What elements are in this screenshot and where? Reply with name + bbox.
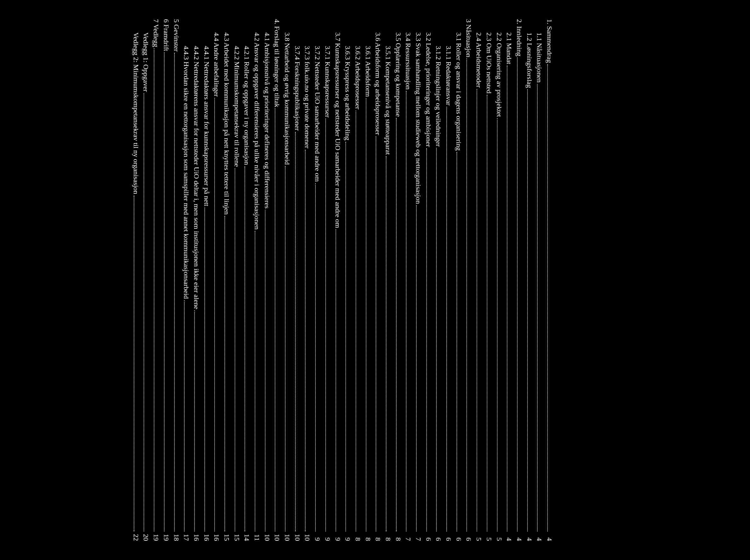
toc-entry: 4.4.1 Nettredaktørs ansvar for kunnskaps…: [202, 19, 211, 541]
toc-entry-page: 20: [141, 533, 151, 541]
toc-entry-title: 3.6 Arbeidsform og arbeidsprosesser: [373, 33, 383, 135]
toc-entry-page: 8: [363, 533, 373, 541]
toc-leader-dots: [336, 229, 342, 532]
toc-entry-page: 8: [353, 533, 362, 541]
toc-entry-page: 9: [343, 533, 353, 541]
toc-entry-page: 22: [131, 533, 141, 541]
toc-entry: 7 Vedlegg19: [152, 19, 161, 541]
toc-entry: 4.3 Arbeidet med kommunikasjon på nett k…: [222, 19, 232, 541]
toc-entry-title: 7 Vedlegg: [152, 19, 161, 47]
toc-entry-page: 6: [454, 533, 463, 541]
toc-leader-dots: [285, 166, 291, 532]
toc-entry-page: 7: [403, 533, 413, 541]
toc-entry: 4.2.2 Minimumskompetansekrav til rollene…: [232, 19, 242, 541]
toc-entry-title: Vedlegg 1: Oppgaver: [141, 33, 151, 92]
toc-entry-title: 1.2 Løsningsforslag: [525, 33, 534, 88]
toc-leader-dots: [184, 300, 190, 532]
toc-leader-dots: [346, 142, 352, 532]
toc-entry: 2.3 Om UiOs nettsted5: [484, 19, 494, 541]
toc-entry: 3.1.2 Retningslinjer og veiledninger6: [434, 19, 443, 541]
toc-leader-dots: [204, 208, 211, 532]
toc-entry-title: 2.4 Arbeidsmetoder: [474, 33, 484, 88]
toc-entry-page: 10: [293, 533, 302, 541]
toc-entry: 1.2 Løsningsforslag4: [525, 19, 534, 541]
toc-entry: 3.4 Ressurssituasjon7: [403, 19, 413, 541]
toc-entry-page: 8: [373, 533, 383, 541]
toc-entry-page: 6: [464, 533, 474, 541]
toc-entry: 4.1 Ambisjonsnivå og prioriteringer defi…: [262, 19, 272, 541]
toc-entry: 4.4.2 Nettredaktørens ansvar for nettste…: [192, 19, 201, 541]
toc-entry: 1. Sammendrag4: [545, 19, 554, 541]
toc-entry-title: 6 Framdrift: [161, 19, 171, 51]
toc-leader-dots: [235, 168, 241, 532]
toc-entry-title: 3.7 Kunnskapsressurser og nettsteder UiO…: [333, 33, 342, 228]
toc-entry-title: 3.7.3 folk.uio.no og private domener: [303, 46, 312, 148]
toc-entry-title: 4.4.1 Nettredaktørs ansvar for kunnskaps…: [202, 46, 211, 206]
toc-entry-page: 6: [444, 533, 453, 541]
toc-entry-page: 6: [434, 533, 443, 541]
toc-leader-dots: [265, 210, 271, 532]
toc-entry-page: 8: [383, 533, 393, 541]
toc-entry: 3.6.3 Krysspress og arbeidsdeling9: [343, 19, 353, 541]
toc-leader-dots: [487, 95, 493, 532]
toc-leader-dots: [436, 148, 442, 532]
toc-leader-dots: [214, 98, 221, 532]
toc-entry-page: 16: [212, 533, 221, 541]
toc-entry-title: 3.1 Roller og ansvar i dagens organiseri…: [454, 33, 463, 151]
toc-entry-title: 2.2 Organisering av prosjektet: [494, 33, 504, 117]
toc-entry-page: 19: [152, 533, 161, 541]
toc-entry: Vedlegg 2: Minimumskompetansekrav til ny…: [131, 19, 141, 541]
toc-entry-page: 9: [313, 533, 322, 541]
toc-entry: 3.2 Ledelse, prioriteringer og ambisjone…: [424, 19, 433, 541]
toc-entry: 4.4 Andre anbefalinger16: [212, 19, 221, 541]
toc-leader-dots: [376, 137, 382, 532]
toc-entry-title: 3 Nåsituasjon: [464, 19, 474, 57]
toc-entry-page: 17: [182, 533, 191, 541]
toc-leader-dots: [527, 89, 534, 532]
toc-entry-title: 4.1 Ambisjonsnivå og prioriteringer defi…: [262, 33, 272, 209]
toc-entry-title: 4.2 Ansvar og oppgaver differensieres på…: [252, 33, 262, 230]
toc-leader-dots: [366, 98, 372, 532]
toc-entry: 3.7.4 Forskningspublikasjoner10: [293, 19, 302, 541]
toc-entry-title: 3.8 Nettarbeid og øvrig kommunikasjonsar…: [282, 33, 292, 165]
toc-leader-dots: [224, 216, 231, 532]
toc-entry-page: 9: [333, 533, 342, 541]
toc-leader-dots: [386, 156, 392, 532]
toc-entry: 2.1 Mandat4: [505, 19, 514, 541]
toc-entry: 3.7.1 Kunnskapsressurser9: [323, 19, 332, 541]
toc-leader-dots: [315, 183, 321, 532]
toc-leader-dots: [305, 150, 312, 532]
toc-entry: 3.1 Roller og ansvar i dagens organiseri…: [454, 19, 463, 541]
toc-leader-dots: [164, 53, 170, 532]
toc-entry-page: 10: [282, 533, 292, 541]
toc-leader-dots: [275, 108, 281, 532]
toc-entry-title: 4.4.3 Hvordan sikre en nettorganisasjon …: [182, 46, 191, 299]
toc-entry: 2.4 Arbeidsmetoder5: [474, 19, 484, 541]
toc-entry-page: 10: [303, 533, 312, 541]
toc-leader-dots: [446, 107, 453, 532]
toc-entry: 4.2.1 Roller og oppgaver i ny organisasj…: [242, 19, 252, 541]
toc-entry-page: 15: [222, 533, 232, 541]
toc-entry-title: 3.5.1 Kompetansenivå og støtteapparat: [383, 46, 393, 155]
toc-entry-page: 10: [273, 533, 282, 541]
toc-entry-title: 3.1.1 Redaktøransvar: [444, 46, 453, 106]
toc-entry: 3.6.1 Arbeidsform8: [363, 19, 373, 541]
toc-entry-page: 15: [232, 533, 242, 541]
toc-entry-title: 2.1 Mandat: [505, 33, 514, 64]
toc-leader-dots: [255, 231, 261, 532]
toc-entry-title: 4.3 Arbeidet med kommunikasjon på nett k…: [222, 33, 232, 215]
toc-entry-title: 3.6.3 Krysspress og arbeidsdeling: [343, 46, 353, 141]
toc-entry-title: 3.6.2 Arbeidsprosesser: [353, 46, 362, 109]
toc-entry-page: 18: [172, 533, 181, 541]
toc-entry-page: 10: [262, 533, 272, 541]
toc-entry: 4.2 Ansvar og oppgaver differensieres på…: [252, 19, 262, 541]
toc-entry-title: 3.4 Ressurssituasjon: [403, 33, 413, 90]
toc-entry: 6 Framdrift19: [161, 19, 171, 541]
toc-entry-page: 16: [192, 533, 201, 541]
toc-entry-title: 1.1 Nåsituasjonen: [535, 33, 544, 83]
toc-entry-title: 3.6.1 Arbeidsform: [363, 46, 373, 97]
toc-entry: 3.1.1 Redaktøransvar6: [444, 19, 453, 541]
toc-leader-dots: [467, 59, 473, 532]
toc-entry-title: 3.2 Ledelse, prioriteringer og ambisjone…: [424, 33, 433, 147]
toc-leader-dots: [507, 65, 513, 532]
